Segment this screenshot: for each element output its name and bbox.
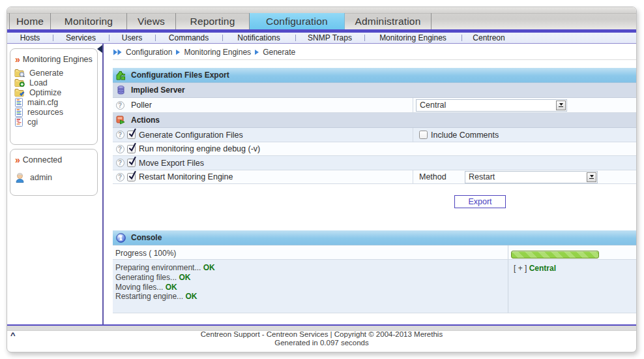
submenu-monitoring-engines-label: Monitoring Engines	[379, 33, 446, 42]
app-window: Home Monitoring Views Reporting Configur…	[7, 7, 637, 352]
submenu-hosts[interactable]: Hosts	[7, 33, 53, 43]
submenu-services-label: Services	[66, 33, 96, 42]
restart-engine-checkbox[interactable]	[127, 173, 136, 181]
console-title: Console	[131, 233, 162, 242]
breadcrumb-generate[interactable]: Generate	[263, 48, 295, 57]
log-line: Moving files... OK	[115, 283, 508, 292]
tab-configuration[interactable]: Configuration	[250, 13, 345, 29]
main-nav-bar: Home Monitoring Views Reporting Configur…	[7, 7, 636, 29]
console-title-row: Console	[113, 230, 636, 245]
help-icon[interactable]: ?	[116, 101, 124, 110]
main-panel: Configuration Monitoring Engines Generat…	[104, 44, 637, 324]
help-icon[interactable]: ?	[116, 173, 124, 181]
move-files-row: ? Move Export Files	[113, 156, 636, 170]
tab-configuration-label: Configuration	[266, 16, 328, 27]
poller-label: Poller	[131, 101, 152, 110]
generate-files-checkbox[interactable]	[127, 131, 136, 139]
include-comments-label: Include Comments	[431, 131, 499, 140]
submenu-commands-label: Commands	[169, 33, 209, 42]
dropdown-arrow-icon[interactable]	[587, 172, 596, 182]
folder-add-icon	[14, 78, 25, 87]
method-label: Method	[419, 172, 465, 181]
generate-files-row: ? Generate Configuration Files Include C…	[113, 128, 636, 142]
console-progress-row: Progress ( 100%)	[113, 245, 636, 260]
debug-row: ? Run monitoring engine debug (-v)	[113, 142, 636, 156]
include-comments-checkbox[interactable]	[419, 131, 428, 139]
section-implied-server: Implied Server	[113, 83, 636, 98]
sidebar-box2-title-label: Connected	[23, 155, 62, 164]
poller-select[interactable]: Central	[416, 99, 567, 112]
move-files-checkbox[interactable]	[127, 159, 136, 167]
submenu-centreon-label: Centreon	[473, 33, 505, 42]
submenu-notifications[interactable]: Notifications	[222, 33, 295, 43]
method-select[interactable]: Restart	[465, 171, 598, 183]
sidebar-item-load[interactable]: Load	[14, 78, 97, 87]
submenu-users-label: Users	[122, 33, 142, 42]
sidebar-item-cgi-label: cgi	[27, 117, 38, 127]
console-globe-icon	[115, 233, 126, 243]
section-actions: Actions	[113, 113, 636, 128]
submenu-services[interactable]: Services	[53, 33, 109, 43]
sidebar: » Monitoring Engines Generate Load	[7, 44, 102, 324]
debug-checkbox[interactable]	[127, 145, 136, 153]
log-line: Preparing environment... OK	[115, 263, 508, 273]
submenu-snmp-traps[interactable]: SNMP Traps	[295, 33, 364, 43]
tab-home[interactable]: Home	[9, 13, 51, 29]
tab-reporting[interactable]: Reporting	[176, 13, 250, 29]
tab-views-label: Views	[138, 16, 165, 27]
submenu-users[interactable]: Users	[109, 33, 155, 43]
expand-toggle[interactable]: [ + ]	[514, 264, 527, 273]
debug-label: Run monitoring engine debug (-v)	[139, 144, 260, 153]
sidebar-item-resources-label: resources	[27, 108, 63, 117]
sidebar-collapse-icon[interactable]	[97, 45, 102, 53]
restart-engine-row: ? Restart Monitoring Engine Method Resta…	[113, 170, 636, 184]
sidebar-item-optimize-label: Optimize	[29, 88, 61, 97]
help-icon[interactable]: ?	[116, 145, 124, 153]
generate-files-label: Generate Configuration Files	[139, 131, 243, 140]
sidebar-box1-title-label: Monitoring Engines	[23, 55, 93, 64]
export-button-label: Export	[468, 197, 491, 206]
tab-monitoring[interactable]: Monitoring	[51, 13, 127, 29]
submenu-centreon[interactable]: Centreon	[461, 33, 516, 43]
sidebar-box1-title: » Monitoring Engines	[15, 55, 97, 64]
file-config-icon	[14, 98, 23, 107]
sidebar-item-generate-label: Generate	[29, 69, 63, 78]
breadcrumb-rule	[113, 59, 636, 60]
server-db-icon	[115, 86, 126, 95]
sidebar-monitoring-engines-box: » Monitoring Engines Generate Load	[10, 48, 98, 145]
sidebar-item-main-cfg-label: main.cfg	[27, 98, 58, 107]
dropdown-arrow-icon[interactable]	[556, 101, 566, 110]
footer-generated: Generated in 0.097 seconds	[7, 339, 636, 347]
sidebar-item-resources[interactable]: resources	[14, 108, 97, 116]
section-implied-server-label: Implied Server	[131, 86, 185, 95]
sidebar-item-load-label: Load	[29, 78, 48, 87]
tab-views[interactable]: Views	[127, 13, 176, 29]
submenu-commands[interactable]: Commands	[155, 33, 222, 43]
connected-user[interactable]: admin	[15, 172, 97, 183]
console-log-row: Preparing environment... OK Generating f…	[113, 260, 636, 313]
help-icon[interactable]: ?	[116, 131, 124, 139]
move-files-label: Move Export Files	[139, 159, 204, 168]
export-button[interactable]: Export	[454, 195, 506, 208]
footer-copyright: Centreon Support - Centreon Services | C…	[7, 330, 636, 339]
sidebar-item-optimize[interactable]: Optimize	[14, 88, 97, 97]
help-icon[interactable]: ?	[116, 159, 124, 167]
sidebar-item-main-cfg[interactable]: main.cfg	[14, 98, 97, 106]
breadcrumb: Configuration Monitoring Engines Generat…	[113, 46, 295, 58]
tab-monitoring-label: Monitoring	[65, 16, 113, 27]
sidebar-item-cgi[interactable]: cgi	[14, 117, 97, 126]
breadcrumb-configuration[interactable]: Configuration	[126, 48, 172, 57]
log-status-ok: OK	[185, 292, 197, 301]
sidebar-item-generate[interactable]: Generate	[14, 69, 97, 77]
submenu-notifications-label: Notifications	[237, 33, 280, 42]
user-icon	[15, 172, 25, 183]
breadcrumb-monitoring-engines[interactable]: Monitoring Engines	[184, 48, 251, 57]
folder-magnifier-icon	[14, 69, 25, 77]
sidebar-connected-box: » Connected admin	[10, 149, 98, 196]
breadcrumb-arrow-icon	[255, 50, 259, 55]
file-config-icon	[14, 108, 23, 117]
submenu-monitoring-engines[interactable]: Monitoring Engines	[364, 33, 461, 43]
tab-administration[interactable]: Administration	[345, 13, 432, 29]
tab-administration-label: Administration	[355, 16, 420, 27]
console-log-lines: Preparing environment... OK Generating f…	[115, 263, 508, 302]
